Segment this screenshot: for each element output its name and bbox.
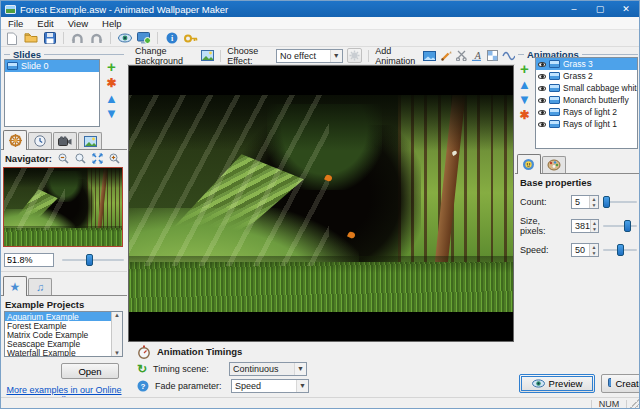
visibility-eye-icon[interactable] bbox=[538, 86, 546, 91]
animation-timings-section: Animation Timings ↻ Timing scene: Contin… bbox=[127, 343, 515, 397]
add-animation-label: Add Animation bbox=[375, 46, 419, 66]
maximize-button[interactable]: ▢ bbox=[587, 1, 613, 17]
wallpaper-preview[interactable] bbox=[129, 95, 513, 312]
music-note-icon: ♫ bbox=[36, 281, 44, 293]
preview-icon[interactable] bbox=[117, 31, 132, 45]
minimize-button[interactable]: – bbox=[561, 1, 587, 17]
add-wave-animation-icon[interactable] bbox=[502, 49, 515, 63]
add-slide-button[interactable]: + bbox=[107, 61, 116, 73]
zoom-value-input[interactable] bbox=[4, 253, 54, 267]
visibility-eye-icon[interactable] bbox=[538, 110, 546, 115]
spin-down-icon[interactable]: ▼ bbox=[591, 226, 598, 232]
move-animation-up-button[interactable]: ▲ bbox=[518, 79, 531, 90]
size-spinner[interactable]: 381▲▼ bbox=[571, 219, 599, 233]
tab-video[interactable] bbox=[53, 132, 77, 149]
animation-item[interactable]: Rays of light 1 bbox=[536, 118, 637, 130]
spin-down-icon[interactable]: ▼ bbox=[590, 202, 598, 208]
about-info-icon[interactable]: i bbox=[164, 31, 179, 45]
tab-timing[interactable] bbox=[28, 132, 52, 149]
animations-list[interactable]: Grass 3 Grass 2 Small cabbage white Mona… bbox=[535, 57, 638, 149]
visibility-eye-icon[interactable] bbox=[538, 62, 546, 67]
effect-select[interactable]: No effect▼ bbox=[276, 49, 343, 63]
slide-label: Slide 0 bbox=[21, 61, 49, 71]
menu-view[interactable]: View bbox=[61, 18, 95, 29]
close-button[interactable]: ✕ bbox=[613, 1, 639, 17]
register-key-icon[interactable] bbox=[183, 31, 198, 45]
speed-slider[interactable] bbox=[603, 244, 637, 256]
timing-scene-select[interactable]: Continuous▼ bbox=[229, 362, 307, 376]
project-item[interactable]: Waterfall Example bbox=[5, 348, 111, 356]
add-mosaic-animation-icon[interactable] bbox=[487, 49, 498, 63]
open-project-icon[interactable] bbox=[23, 31, 38, 45]
visibility-eye-icon[interactable] bbox=[538, 74, 546, 79]
visibility-eye-icon[interactable] bbox=[538, 98, 546, 103]
chevron-down-icon: ▼ bbox=[296, 380, 308, 392]
count-slider[interactable] bbox=[603, 196, 637, 208]
preview-button[interactable]: Preview bbox=[519, 374, 595, 393]
slide-list-item[interactable]: Slide 0 bbox=[5, 60, 99, 72]
animation-item[interactable]: Monarch butterfly bbox=[536, 94, 637, 106]
add-animation-button[interactable]: + bbox=[520, 63, 529, 75]
chevron-down-icon: ▼ bbox=[330, 50, 342, 62]
scroll-up-icon[interactable]: ▲ bbox=[114, 312, 120, 318]
add-image-animation-icon[interactable] bbox=[423, 49, 436, 63]
animation-item[interactable]: Rays of light 2 bbox=[536, 106, 637, 118]
size-label: Size, pixels: bbox=[520, 216, 567, 236]
delete-animation-button[interactable]: ✱ bbox=[519, 109, 529, 121]
add-cutout-animation-icon[interactable] bbox=[456, 49, 467, 63]
size-slider[interactable] bbox=[603, 220, 637, 232]
navigator-label: Navigator: bbox=[5, 153, 52, 164]
create-wallpaper-icon[interactable] bbox=[136, 31, 151, 45]
visibility-eye-icon[interactable] bbox=[538, 122, 546, 127]
add-text-animation-icon[interactable]: A bbox=[471, 49, 482, 63]
zoom-in-icon[interactable] bbox=[109, 153, 120, 164]
delete-slide-button[interactable]: ✱ bbox=[106, 77, 116, 89]
menu-edit[interactable]: Edit bbox=[30, 18, 60, 29]
save-project-icon[interactable] bbox=[42, 31, 57, 45]
tab-background[interactable] bbox=[3, 130, 27, 150]
slides-list[interactable]: Slide 0 bbox=[4, 59, 100, 127]
count-spinner[interactable]: 5▲▼ bbox=[571, 195, 599, 209]
tab-image[interactable] bbox=[78, 132, 102, 149]
property-row-size: Size, pixels: 381▲▼ bbox=[520, 216, 637, 236]
move-slide-down-button[interactable]: ▼ bbox=[105, 108, 118, 119]
app-icon bbox=[5, 5, 16, 14]
tab-base-properties[interactable] bbox=[517, 154, 541, 174]
navigator-thumbnail[interactable] bbox=[3, 167, 123, 247]
menu-file[interactable]: File bbox=[1, 18, 30, 29]
animation-item[interactable]: Grass 2 bbox=[536, 70, 637, 82]
open-project-button[interactable]: Open bbox=[61, 363, 119, 379]
redo-icon[interactable] bbox=[89, 31, 104, 45]
change-background-icon[interactable] bbox=[201, 50, 214, 61]
monitor-icon bbox=[608, 378, 611, 389]
zoom-slider[interactable] bbox=[62, 254, 124, 266]
effect-settings-button[interactable] bbox=[347, 48, 363, 63]
menu-help[interactable]: Help bbox=[95, 18, 129, 29]
wallpaper-canvas[interactable] bbox=[128, 65, 514, 342]
new-project-icon[interactable] bbox=[4, 31, 19, 45]
tab-example-projects[interactable]: ★ bbox=[3, 276, 27, 296]
spin-down-icon[interactable]: ▼ bbox=[590, 250, 598, 256]
create-button[interactable]: Create bbox=[601, 374, 640, 393]
move-slide-up-button[interactable]: ▲ bbox=[105, 93, 118, 104]
svg-text:A: A bbox=[474, 50, 482, 61]
animation-item[interactable]: Small cabbage white bbox=[536, 82, 637, 94]
scroll-down-icon[interactable]: ▼ bbox=[114, 350, 120, 356]
tab-music[interactable]: ♫ bbox=[28, 278, 52, 295]
zoom-out-icon[interactable] bbox=[58, 153, 69, 164]
svg-text:?: ? bbox=[141, 382, 146, 391]
fit-to-window-icon[interactable] bbox=[92, 153, 103, 164]
speed-spinner[interactable]: 50▲▼ bbox=[571, 243, 599, 257]
move-animation-down-button[interactable]: ▼ bbox=[518, 94, 531, 105]
resize-grip[interactable] bbox=[629, 399, 639, 409]
example-projects-list[interactable]: Aquarium Example Forest Example Matrix C… bbox=[4, 311, 123, 357]
fade-parameter-select[interactable]: Speed▼ bbox=[231, 379, 309, 393]
zoom-100-icon[interactable] bbox=[75, 153, 86, 164]
projects-scrollbar[interactable]: ▲▼ bbox=[111, 312, 122, 356]
change-background-button[interactable]: Change Background bbox=[135, 46, 197, 66]
add-brush-animation-icon[interactable] bbox=[440, 49, 451, 63]
tab-color-properties[interactable] bbox=[542, 156, 566, 173]
animation-item[interactable]: Grass 3 bbox=[536, 58, 637, 70]
undo-icon[interactable] bbox=[70, 31, 85, 45]
count-label: Count: bbox=[520, 197, 567, 207]
